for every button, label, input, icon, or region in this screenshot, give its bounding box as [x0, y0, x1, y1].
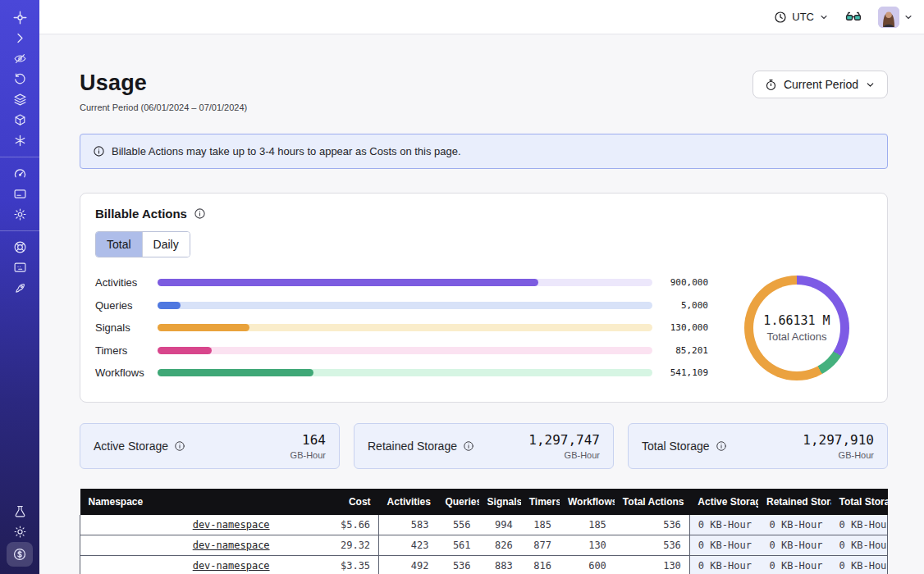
col-timers: Timers [521, 489, 560, 515]
bar-chart: Activities 900,000 Queries 5,000 Signals [95, 271, 708, 385]
cell-timers: 185 [521, 515, 560, 535]
info-icon[interactable] [716, 440, 727, 452]
cell-cost: $5.66 [278, 515, 379, 535]
bar-label: Timers [95, 344, 158, 357]
cell-activities: 423 [379, 535, 437, 555]
cell-active-storage: 0 KB-Hour [689, 555, 758, 574]
chevron-down-icon [865, 80, 876, 90]
namespace-link[interactable]: dev-namespace [193, 560, 270, 572]
col-cost: Cost [278, 489, 379, 515]
top-header: UTC [39, 0, 924, 34]
billing-card-icon[interactable] [7, 184, 32, 204]
active-storage-value: 164 [290, 432, 326, 448]
total-storage-value: 1,297,910 [803, 432, 874, 448]
dev-glasses-icon[interactable] [844, 8, 862, 26]
info-icon[interactable] [194, 207, 206, 220]
temporal-logo-icon[interactable] [7, 7, 32, 28]
cell-active-storage: 0 KB-Hour [689, 535, 758, 555]
settings-gear-icon[interactable] [7, 204, 32, 225]
retained-storage-label: Retained Storage [368, 440, 457, 453]
col-activities: Activities [379, 489, 437, 515]
namespace-link[interactable]: dev-namespace [193, 540, 270, 551]
cell-timers: 877 [521, 535, 560, 555]
storage-cards: Active Storage 164 GB-Hour Retained Stor… [80, 423, 888, 469]
asterisk-icon[interactable] [7, 130, 32, 151]
timezone-label: UTC [792, 11, 814, 23]
clock-icon [774, 11, 787, 24]
eye-off-icon[interactable] [7, 48, 32, 69]
page-subtitle: Current Period (06/01/2024 – 07/01/2024) [80, 102, 247, 112]
col-total-actions: Total Actions [615, 489, 690, 515]
total-storage-card: Total Storage 1,297,910 GB-Hour [628, 423, 888, 469]
bar-row-activities: Activities 900,000 [95, 271, 708, 294]
col-retained-storage: Retained Storage [758, 489, 831, 515]
timezone-selector[interactable]: UTC [774, 11, 829, 24]
bar-value: 541,109 [652, 367, 708, 378]
usage-dollar-icon[interactable] [7, 542, 33, 567]
collapse-chevron-icon[interactable] [7, 28, 32, 48]
cell-workflows: 130 [560, 535, 615, 555]
bar-fill [158, 347, 212, 354]
info-icon[interactable] [463, 440, 474, 452]
user-avatar [878, 7, 899, 28]
main-content: Usage Current Period (06/01/2024 – 07/01… [39, 34, 924, 574]
lab-flask-icon[interactable] [7, 501, 32, 522]
rocket-icon[interactable] [7, 278, 32, 298]
total-actions-value: 1.66131 M [763, 313, 830, 328]
billable-actions-chart: Activities 900,000 Queries 5,000 Signals [95, 271, 872, 385]
bar-row-signals: Signals 130,000 [95, 317, 708, 339]
cell-cost: $3.35 [278, 555, 379, 574]
user-menu[interactable] [878, 7, 913, 28]
console-monitor-icon[interactable] [7, 257, 32, 278]
period-button-label: Current Period [784, 78, 858, 91]
sidebar-divider [0, 230, 39, 231]
info-icon [93, 145, 105, 157]
chevron-down-icon [819, 12, 829, 22]
cell-total-storage: 0 KB-Hour [831, 555, 888, 574]
cell-retained-storage: 0 KB-Hour [758, 555, 831, 574]
cell-timers: 816 [521, 555, 560, 574]
tab-total[interactable]: Total [96, 232, 142, 257]
active-storage-unit: GB-Hour [290, 450, 326, 460]
namespace-link[interactable]: dev-namespace [193, 519, 270, 531]
cell-signals: 994 [479, 515, 521, 535]
theme-sun-icon[interactable] [7, 522, 32, 542]
retained-storage-value: 1,297,747 [528, 432, 600, 448]
bar-fill [158, 279, 538, 286]
cell-retained-storage: 0 KB-Hour [758, 535, 831, 555]
history-icon[interactable] [7, 69, 32, 89]
col-signals: Signals [479, 489, 521, 515]
cell-active-storage: 0 KB-Hour [689, 515, 758, 535]
period-dropdown-button[interactable]: Current Period [752, 71, 888, 98]
info-banner: Billable Actions may take up to 3-4 hour… [80, 134, 888, 169]
cube-icon[interactable] [7, 110, 32, 130]
table-row: dev-namespace $3.35 492 536 883 816 600 … [80, 555, 888, 574]
bar-value: 900,000 [652, 277, 708, 288]
col-namespace: Namespace [80, 489, 278, 515]
support-lifebuoy-icon[interactable] [7, 237, 32, 257]
col-active-storage: Active Storage [689, 489, 758, 515]
bar-value: 5,000 [652, 300, 708, 311]
total-actions-label: Total Actions [767, 330, 827, 343]
cell-workflows: 600 [560, 555, 615, 574]
bar-track [158, 279, 652, 286]
bar-track [158, 324, 652, 331]
layers-icon[interactable] [7, 89, 32, 110]
tab-daily[interactable]: Daily [142, 232, 190, 257]
col-queries: Queries [437, 489, 478, 515]
bar-track [158, 302, 652, 309]
table-header-row: Namespace Cost Activities Queries Signal… [80, 489, 888, 515]
gauge-icon[interactable] [7, 163, 32, 184]
total-storage-label: Total Storage [642, 440, 710, 453]
view-toggle: Total Daily [95, 231, 190, 257]
bar-row-timers: Timers 85,201 [95, 339, 708, 362]
cell-cost: 29.32 [278, 535, 379, 555]
info-icon[interactable] [174, 440, 185, 452]
total-storage-unit: GB-Hour [803, 450, 874, 460]
table-row: dev-namespace 29.32 423 561 826 877 130 … [80, 535, 888, 555]
donut-center: 1.66131 M Total Actions [753, 285, 840, 371]
info-banner-text: Billable Actions may take up to 3-4 hour… [112, 145, 461, 157]
bar-value: 85,201 [652, 345, 708, 356]
cell-queries: 561 [437, 535, 478, 555]
cell-total-storage: 0 KB-Hour [831, 535, 888, 555]
